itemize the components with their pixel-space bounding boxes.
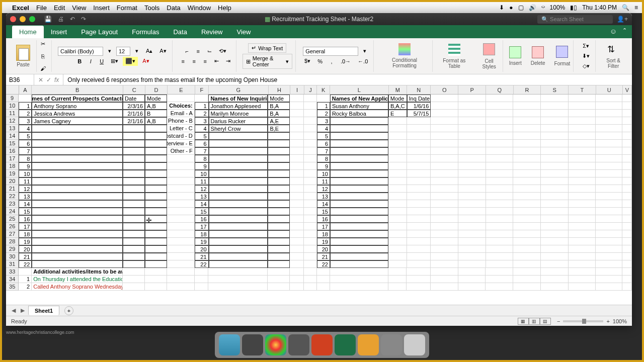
- row-header[interactable]: 21: [6, 185, 19, 193]
- number-format-select[interactable]: [303, 47, 358, 56]
- cell[interactable]: [290, 110, 304, 117]
- cell[interactable]: [268, 215, 290, 223]
- row-header[interactable]: 18: [6, 162, 19, 170]
- cell[interactable]: [458, 193, 486, 200]
- cell[interactable]: B,A,C: [388, 102, 407, 110]
- cell[interactable]: [541, 170, 569, 177]
- cell[interactable]: [290, 95, 304, 102]
- cell[interactable]: [145, 162, 167, 170]
- cell[interactable]: [268, 193, 290, 200]
- cell[interactable]: [569, 140, 596, 147]
- cell[interactable]: [330, 245, 388, 253]
- cell[interactable]: [145, 276, 167, 283]
- row-header[interactable]: 26: [6, 223, 19, 230]
- cell[interactable]: [268, 147, 290, 155]
- cell[interactable]: [407, 260, 431, 268]
- cell[interactable]: [541, 140, 569, 147]
- cell[interactable]: [458, 132, 486, 140]
- cell[interactable]: [569, 276, 596, 283]
- cancel-formula-icon[interactable]: ✕: [38, 76, 43, 83]
- cell[interactable]: [596, 245, 622, 253]
- cell[interactable]: 20: [19, 245, 32, 253]
- border-button[interactable]: ⊞▾: [108, 57, 121, 66]
- cell[interactable]: [330, 117, 388, 125]
- cell[interactable]: 18: [19, 230, 32, 238]
- cell[interactable]: [123, 125, 145, 132]
- zoom-in-button[interactable]: +: [606, 318, 609, 324]
- cell[interactable]: [622, 245, 632, 253]
- cell[interactable]: [513, 193, 541, 200]
- cell[interactable]: [330, 215, 388, 223]
- font-size-input[interactable]: [116, 47, 130, 56]
- col-header-I[interactable]: I: [290, 85, 304, 94]
- cell[interactable]: [388, 245, 407, 253]
- cell[interactable]: [513, 162, 541, 170]
- tab-view[interactable]: View: [230, 26, 258, 38]
- row-header[interactable]: 16: [6, 147, 19, 155]
- row-header[interactable]: 14: [6, 132, 19, 140]
- menu-window[interactable]: Window: [188, 4, 211, 12]
- row-header[interactable]: 24: [6, 208, 19, 215]
- cell[interactable]: [569, 223, 596, 230]
- cell[interactable]: 11: [19, 177, 32, 185]
- row-header[interactable]: 19: [6, 170, 19, 177]
- cell[interactable]: Choices:: [167, 102, 195, 110]
- row-header[interactable]: 17: [6, 155, 19, 162]
- clear-icon[interactable]: ◇▾: [580, 62, 592, 71]
- cell[interactable]: [145, 193, 167, 200]
- cell[interactable]: [541, 185, 569, 193]
- cell[interactable]: 8: [19, 155, 32, 162]
- cell[interactable]: [622, 140, 632, 147]
- cell[interactable]: 15: [195, 208, 209, 215]
- cell[interactable]: [596, 276, 622, 283]
- align-top-icon[interactable]: ⌐: [183, 47, 192, 56]
- cell[interactable]: [330, 200, 388, 208]
- cell[interactable]: [458, 238, 486, 245]
- cell[interactable]: [290, 283, 304, 291]
- cell[interactable]: [388, 283, 407, 291]
- col-header-J[interactable]: J: [304, 85, 317, 94]
- cell[interactable]: 22: [195, 260, 209, 268]
- app-dock-icon[interactable]: [358, 334, 379, 355]
- cell[interactable]: [569, 268, 596, 276]
- row-header[interactable]: 23: [6, 200, 19, 208]
- cell[interactable]: [145, 155, 167, 162]
- cell[interactable]: [541, 193, 569, 200]
- cell[interactable]: [290, 162, 304, 170]
- select-all-corner[interactable]: [6, 85, 19, 94]
- status-dot-icon[interactable]: ●: [509, 4, 513, 11]
- cell[interactable]: [541, 162, 569, 170]
- cell[interactable]: [209, 200, 268, 208]
- align-bottom-icon[interactable]: ⌙: [205, 47, 214, 56]
- cell[interactable]: Phone - B: [167, 117, 195, 125]
- cell[interactable]: [596, 170, 622, 177]
- cell[interactable]: [290, 132, 304, 140]
- cell[interactable]: [541, 260, 569, 268]
- row-header[interactable]: 31: [6, 260, 19, 268]
- cell[interactable]: [622, 276, 632, 283]
- fullscreen-icon[interactable]: [29, 16, 35, 22]
- cell[interactable]: 5: [19, 132, 32, 140]
- italic-button[interactable]: I: [86, 57, 95, 66]
- cell[interactable]: [32, 260, 123, 268]
- cell[interactable]: Mode: [268, 95, 290, 102]
- launchpad-dock-icon[interactable]: [242, 334, 263, 355]
- cell[interactable]: [290, 125, 304, 132]
- cell[interactable]: [569, 125, 596, 132]
- cell[interactable]: [209, 238, 268, 245]
- increase-indent-icon[interactable]: ⇥: [223, 57, 233, 66]
- tab-home[interactable]: Home: [12, 26, 44, 38]
- cell[interactable]: [304, 230, 317, 238]
- col-header-V[interactable]: V: [623, 85, 632, 94]
- cell[interactable]: 1/6/16: [407, 102, 431, 110]
- cell[interactable]: [167, 95, 195, 102]
- cell[interactable]: [407, 283, 431, 291]
- cell[interactable]: [304, 147, 317, 155]
- cell[interactable]: [304, 117, 317, 125]
- cell[interactable]: [209, 132, 268, 140]
- align-center-icon[interactable]: ≡: [190, 57, 199, 66]
- cell[interactable]: [123, 155, 145, 162]
- cell[interactable]: [431, 125, 458, 132]
- cell[interactable]: [330, 162, 388, 170]
- cell[interactable]: [167, 208, 195, 215]
